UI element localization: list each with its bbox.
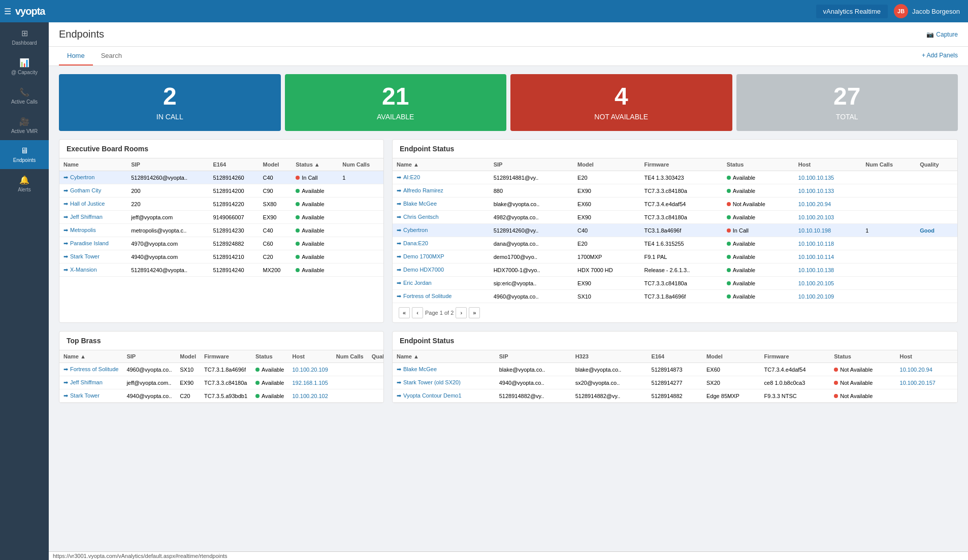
endpoint-name[interactable]: Cybertron bbox=[403, 227, 428, 233]
host-link[interactable]: 10.100.20.157 bbox=[900, 380, 935, 386]
host-link[interactable]: 10.10.10.198 bbox=[798, 227, 831, 234]
endpoint-name-cell[interactable]: ➡Hall of Justice bbox=[59, 197, 127, 211]
capture-button[interactable]: 📷 Capture bbox=[926, 31, 958, 38]
col-header: H323 bbox=[571, 350, 648, 363]
endpoint-name-cell[interactable]: ➡Fortress of Solitude bbox=[59, 363, 122, 376]
endpoint-name-cell[interactable]: ➡Alfredo Ramirez bbox=[393, 184, 490, 197]
firmware-cell: TE4 1.3.303423 bbox=[640, 171, 722, 184]
sidebar-item-dashboard[interactable]: ⊞Dashboard bbox=[0, 22, 49, 52]
endpoint-name-cell[interactable]: ➡Paradise Island bbox=[59, 237, 127, 250]
host-cell[interactable]: 10.100.10.138 bbox=[794, 263, 861, 277]
link-icon: ➡ bbox=[397, 379, 401, 385]
endpoint-name-cell[interactable]: ➡Stark Tower bbox=[59, 250, 127, 263]
host-cell[interactable]: 10.100.20.109 bbox=[288, 363, 332, 376]
host-cell[interactable]: 10.100.20.102 bbox=[288, 389, 332, 403]
endpoint-name-cell[interactable]: ➡AI:E20 bbox=[393, 171, 490, 184]
host-link[interactable]: 10.100.20.94 bbox=[798, 201, 831, 207]
first-page-button[interactable]: « bbox=[399, 307, 410, 318]
endpoint-name[interactable]: Stark Tower (old SX20) bbox=[403, 379, 461, 385]
host-cell[interactable]: 10.100.10.133 bbox=[794, 184, 861, 197]
endpoint-name-cell[interactable]: ➡Blake McGee bbox=[393, 363, 495, 376]
status-dot bbox=[255, 368, 260, 372]
host-cell[interactable]: 10.100.20.109 bbox=[794, 290, 861, 303]
tab-home[interactable]: Home bbox=[59, 47, 93, 65]
endpoint-name-cell[interactable]: ➡Fortress of Solitude bbox=[393, 290, 490, 303]
host-link[interactable]: 10.100.20.102 bbox=[292, 393, 328, 399]
host-link[interactable]: 10.100.20.109 bbox=[798, 293, 834, 300]
sidebar-item-capacity[interactable]: 📊@ Capacity bbox=[0, 52, 49, 81]
host-link[interactable]: 10.100.20.94 bbox=[900, 367, 932, 373]
endpoint-name-cell[interactable]: ➡Metropolis bbox=[59, 224, 127, 237]
host-link[interactable]: 10.100.10.133 bbox=[798, 188, 834, 194]
endpoint-name[interactable]: Eric Jordan bbox=[403, 280, 432, 286]
quality-cell bbox=[916, 250, 957, 263]
endpoint-name[interactable]: Jeff Shiffman bbox=[70, 214, 103, 220]
host-cell[interactable]: 10.100.10.114 bbox=[794, 250, 861, 263]
endpoint-name-cell[interactable]: ➡Vyopta Contour Demo1 bbox=[393, 389, 495, 403]
endpoint-name-cell[interactable]: ➡Demo 1700MXP bbox=[393, 250, 490, 263]
sidebar-item-alerts[interactable]: 🔔Alerts bbox=[0, 169, 49, 199]
endpoint-name[interactable]: Blake McGee bbox=[403, 366, 437, 372]
endpoint-name-cell[interactable]: ➡Jeff Shiffman bbox=[59, 376, 122, 389]
host-link[interactable]: 10.100.20.109 bbox=[292, 367, 328, 373]
endpoint-name[interactable]: AI:E20 bbox=[403, 174, 420, 180]
host-link[interactable]: 10.100.10.114 bbox=[798, 254, 834, 260]
next-page-button[interactable]: › bbox=[456, 307, 467, 318]
endpoint-name[interactable]: Hall of Justice bbox=[70, 201, 105, 207]
endpoint-name[interactable]: Cybertron bbox=[70, 174, 94, 180]
host-link[interactable]: 10.100.10.138 bbox=[798, 267, 834, 273]
sidebar-item-active-vmr[interactable]: 🎥Active VMR bbox=[0, 111, 49, 140]
add-panels-button[interactable]: + Add Panels bbox=[922, 47, 958, 65]
endpoint-name[interactable]: Jeff Shiffman bbox=[70, 379, 103, 385]
endpoint-name-cell[interactable]: ➡Demo HDX7000 bbox=[393, 263, 490, 277]
endpoint-name[interactable]: Stark Tower bbox=[70, 392, 100, 399]
endpoint-name[interactable]: Demo HDX7000 bbox=[403, 267, 444, 273]
host-cell[interactable]: 10.100.20.94 bbox=[896, 363, 957, 376]
host-cell[interactable]: 10.100.10.135 bbox=[794, 171, 861, 184]
endpoint-name-cell[interactable]: ➡Dana:E20 bbox=[393, 237, 490, 250]
host-cell[interactable]: 10.10.10.198 bbox=[794, 224, 861, 237]
sidebar-item-active-calls[interactable]: 📞Active Calls bbox=[0, 81, 49, 111]
prev-page-button[interactable]: ‹ bbox=[412, 307, 423, 318]
endpoint-name-cell[interactable]: ➡Blake McGee bbox=[393, 197, 490, 211]
host-cell[interactable]: 192.168.1.105 bbox=[288, 376, 332, 389]
host-cell[interactable] bbox=[896, 389, 957, 403]
host-link[interactable]: 10.100.20.103 bbox=[798, 214, 834, 220]
status-cell: Not Available bbox=[830, 389, 895, 403]
endpoint-name-cell[interactable]: ➡Eric Jordan bbox=[393, 277, 490, 290]
host-cell[interactable]: 10.100.20.157 bbox=[896, 376, 957, 389]
endpoint-name[interactable]: Vyopta Contour Demo1 bbox=[403, 392, 462, 399]
tab-search[interactable]: Search bbox=[93, 47, 130, 65]
endpoint-name-cell[interactable]: ➡Gotham City bbox=[59, 184, 127, 197]
host-link[interactable]: 10.100.20.105 bbox=[798, 280, 834, 286]
host-link[interactable]: 10.100.10.135 bbox=[798, 175, 834, 181]
host-cell[interactable]: 10.100.10.118 bbox=[794, 237, 861, 250]
endpoint-name-cell[interactable]: ➡Jeff Shiffman bbox=[59, 211, 127, 224]
host-link[interactable]: 192.168.1.105 bbox=[292, 380, 328, 386]
endpoint-name[interactable]: Chris Gentsch bbox=[403, 214, 439, 220]
endpoint-name-cell[interactable]: ➡Cybertron bbox=[59, 171, 127, 184]
endpoint-name[interactable]: Paradise Island bbox=[70, 240, 109, 246]
endpoint-name-cell[interactable]: ➡X-Mansion bbox=[59, 263, 127, 277]
sidebar-item-endpoints[interactable]: 🖥Endpoints bbox=[0, 140, 49, 169]
host-cell[interactable]: 10.100.20.94 bbox=[794, 197, 861, 211]
endpoint-name-cell[interactable]: ➡Cybertron bbox=[393, 224, 490, 237]
host-cell[interactable]: 10.100.20.105 bbox=[794, 277, 861, 290]
endpoint-name[interactable]: Dana:E20 bbox=[403, 240, 428, 246]
endpoint-name-cell[interactable]: ➡Stark Tower (old SX20) bbox=[393, 376, 495, 389]
endpoint-name[interactable]: Blake McGee bbox=[403, 201, 437, 207]
endpoint-name[interactable]: Demo 1700MXP bbox=[403, 253, 444, 259]
endpoint-name[interactable]: Fortress of Solitude bbox=[70, 366, 118, 372]
endpoint-name[interactable]: Gotham City bbox=[70, 187, 101, 193]
last-page-button[interactable]: » bbox=[469, 307, 480, 318]
endpoint-name-cell[interactable]: ➡Stark Tower bbox=[59, 389, 122, 403]
host-cell[interactable]: 10.100.20.103 bbox=[794, 211, 861, 224]
endpoint-name[interactable]: Fortress of Solitude bbox=[403, 293, 451, 299]
hamburger-icon[interactable]: ☰ bbox=[4, 7, 11, 16]
endpoint-name[interactable]: Stark Tower bbox=[70, 253, 100, 259]
endpoint-name[interactable]: X-Mansion bbox=[70, 267, 97, 273]
endpoint-name[interactable]: Alfredo Ramirez bbox=[403, 187, 443, 193]
endpoint-name[interactable]: Metropolis bbox=[70, 227, 96, 233]
host-link[interactable]: 10.100.10.118 bbox=[798, 241, 834, 247]
endpoint-name-cell[interactable]: ➡Chris Gentsch bbox=[393, 211, 490, 224]
